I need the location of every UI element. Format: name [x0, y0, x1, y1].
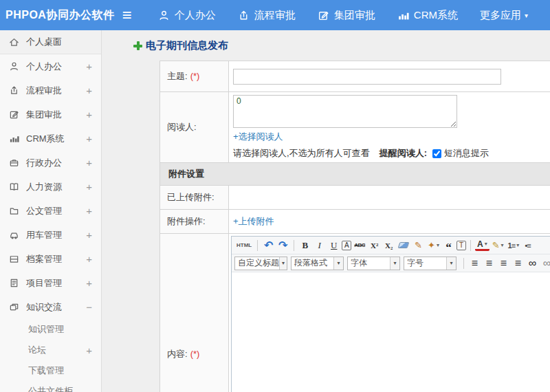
app-header: PHPOA协同办公软件 ≡ 个人办公流程审批集团审批CRM系统更多应用▾ [0, 0, 550, 30]
caret-down-icon: ▾ [446, 257, 456, 270]
sidebar-item-label: 行政办公 [26, 157, 62, 169]
sidebar-item-personal-office[interactable]: 个人办公+ [0, 54, 101, 78]
expand-toggle-icon[interactable]: − [86, 301, 92, 313]
nav-crm-system[interactable]: CRM系统 [397, 9, 458, 22]
sidebar-item-label: 公文管理 [26, 205, 62, 217]
font-size-select[interactable]: 字号▾ [404, 257, 456, 270]
sidebar-subitem-public-file-cabinet[interactable]: 公共文件柜 [0, 381, 101, 392]
sidebar-item-workflow-approval[interactable]: 流程审批+ [0, 78, 101, 102]
expand-toggle-icon[interactable]: + [86, 157, 92, 168]
ordered-list-icon[interactable]: 1≡▾ [507, 239, 520, 252]
strikethrough-icon[interactable]: ABC [353, 239, 366, 252]
sidebar-item-project-management[interactable]: 项目管理+ [0, 271, 101, 295]
expand-toggle-icon[interactable]: + [86, 85, 92, 96]
html-source-button[interactable]: HTML [235, 239, 253, 252]
align-center-icon[interactable]: ≡ [483, 257, 496, 270]
subscript-icon[interactable]: X₂ [382, 239, 395, 252]
expand-toggle-icon[interactable]: + [86, 205, 92, 217]
folder-icon [9, 206, 19, 216]
nav-item-label: 更多应用 [480, 9, 521, 22]
bold-icon[interactable]: B [298, 239, 311, 252]
caret-down-icon: ▾ [525, 12, 528, 19]
align-right-icon[interactable]: ≡ [497, 257, 510, 270]
expand-toggle-icon[interactable]: + [86, 181, 92, 193]
quick-format-icon[interactable]: ✎ [412, 239, 425, 252]
sidebar-item-personal-desktop[interactable]: 个人桌面 [0, 30, 101, 54]
sidebar-item-admin-office[interactable]: 行政办公+ [0, 151, 101, 175]
nav-item-label: CRM系统 [414, 9, 458, 22]
highlight-icon[interactable]: ✎▾ [491, 239, 505, 252]
nav-group-approval[interactable]: 集团审批 [318, 9, 375, 22]
sidebar-subitem-label: 论坛 [28, 344, 46, 356]
subject-input[interactable] [233, 69, 501, 85]
expand-toggle-icon[interactable]: + [86, 229, 92, 241]
subject-label-cell: 主题:(*) [160, 61, 229, 92]
editor-content-area[interactable] [232, 272, 550, 392]
select-readers-link[interactable]: +选择阅读人 [233, 131, 283, 142]
readers-textarea[interactable]: 0 [233, 95, 457, 128]
redo-icon[interactable]: ↷ [276, 239, 289, 252]
sidebar-item-label: 用车管理 [26, 229, 62, 241]
attachment-operation-label: 附件操作: [160, 210, 229, 234]
sidebar-item-crm-system[interactable]: CRM系统+ [0, 127, 101, 151]
upload-attachment-link[interactable]: +上传附件 [233, 216, 274, 226]
insert-template-icon[interactable]: ✦▾ [426, 239, 441, 252]
paste-plain-icon[interactable]: T [456, 241, 466, 250]
uploaded-attachments-label: 已上传附件: [160, 186, 229, 210]
link-icon[interactable]: ∞ [526, 257, 539, 270]
unlink-icon[interactable]: ∞ [540, 257, 550, 270]
superscript-icon[interactable]: X² [368, 239, 381, 252]
readers-hint-text: 请选择阅读人,不选为所有人可查看 [233, 147, 370, 160]
nav-personal-office[interactable]: 个人办公 [158, 9, 216, 22]
paragraph-select[interactable]: 段落格式▾ [291, 257, 344, 270]
undo-icon[interactable]: ↶ [262, 239, 275, 252]
expand-toggle-icon[interactable]: + [86, 133, 92, 144]
sidebar-item-knowledge-exchange[interactable]: 知识交流− [0, 295, 101, 319]
flow-icon [9, 85, 19, 96]
sidebar-item-vehicle-management[interactable]: 用车管理+ [0, 223, 101, 247]
expand-toggle-icon[interactable]: + [86, 109, 92, 120]
sidebar-item-human-resources[interactable]: 人力资源+ [0, 175, 101, 199]
sidebar-item-label: 个人桌面 [26, 36, 62, 48]
remove-format-icon[interactable] [398, 242, 410, 248]
font-style-icon[interactable]: A [342, 241, 351, 250]
caret-down-icon: ▾ [333, 257, 343, 270]
italic-icon[interactable]: I [313, 239, 326, 252]
expand-toggle-icon[interactable]: + [86, 253, 92, 265]
person-icon [158, 10, 170, 21]
app-logo[interactable]: PHPOA协同办公软件 [0, 8, 122, 23]
expand-toggle-icon[interactable]: + [86, 345, 92, 356]
hamburger-menu-icon[interactable]: ≡ [122, 7, 132, 23]
uploaded-attachments-value [229, 186, 550, 210]
nav-workflow-approval[interactable]: 流程审批 [238, 9, 296, 22]
expand-toggle-icon[interactable]: + [86, 277, 92, 289]
heading-select[interactable]: 自定义标题▾ [234, 257, 287, 270]
expand-toggle-icon[interactable]: + [86, 61, 92, 72]
editor-toolbar-row2: 自定义标题▾段落格式▾字体▾字号▾≡≡≡≡∞∞ [232, 254, 550, 272]
unordered-list-icon[interactable]: •≡ [521, 239, 534, 252]
align-justify-icon[interactable]: ≡ [512, 257, 525, 270]
publish-form: 主题:(*) 阅读人: 0 +选择阅读人 请选择阅读人,不选为所有人可查看 提醒… [160, 61, 550, 392]
sidebar-subitem-label: 下载管理 [28, 364, 64, 377]
sms-remind-checkbox[interactable] [432, 149, 441, 158]
caret-down-icon: ▾ [390, 257, 399, 270]
nav-item-label: 个人办公 [175, 9, 216, 22]
nav-more-apps[interactable]: 更多应用▾ [480, 9, 528, 22]
sidebar-item-archive-management[interactable]: 档案管理+ [0, 247, 101, 271]
sidebar-item-label: 项目管理 [26, 277, 62, 290]
font-color-icon[interactable]: A▾ [475, 240, 490, 251]
sidebar-subitem-knowledge-management[interactable]: 知识管理 [0, 319, 101, 340]
flow-icon [238, 10, 250, 21]
select-label: 字体 [351, 257, 367, 269]
content-label: 内容: [167, 349, 188, 359]
sidebar-item-group-approval[interactable]: 集团审批+ [0, 102, 101, 127]
underline-icon[interactable]: U [327, 239, 340, 252]
sidebar-subitem-forum[interactable]: 论坛+ [0, 340, 101, 360]
align-left-icon[interactable]: ≡ [468, 257, 481, 270]
archive-icon [9, 254, 19, 264]
sidebar-item-document-management[interactable]: 公文管理+ [0, 199, 101, 223]
font-family-select[interactable]: 字体▾ [347, 257, 400, 270]
page-title-row: 电子期刊信息发布 [102, 30, 550, 52]
blockquote-icon[interactable]: “ [442, 239, 455, 252]
sidebar-subitem-download-management[interactable]: 下载管理 [0, 360, 101, 381]
